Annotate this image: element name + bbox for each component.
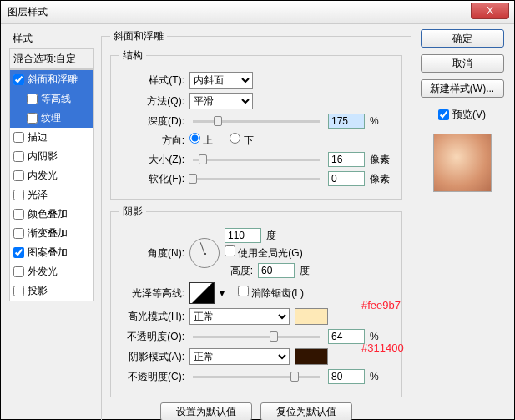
make-default-button[interactable]: 设置为默认值	[160, 402, 252, 420]
style-item-label: 颜色叠加	[28, 207, 68, 221]
preview-checkbox[interactable]: 预览(V)	[438, 108, 486, 122]
highlight-color-swatch[interactable]	[295, 308, 328, 325]
depth-slider[interactable]	[193, 120, 320, 123]
shadow-mode-select[interactable]: 正常	[189, 348, 290, 365]
reset-default-button[interactable]: 复位为默认值	[260, 402, 352, 420]
layer-style-dialog: 图层样式 X 样式 混合选项:自定 斜面和浮雕等高线纹理描边内阴影内发光光泽颜色…	[0, 0, 515, 420]
shadow-opacity-unit: %	[370, 371, 393, 382]
style-item-checkbox[interactable]	[13, 132, 24, 143]
window-title: 图层样式	[8, 5, 48, 19]
shadow-color-annotation: #311400	[361, 342, 404, 354]
style-item-label: 纹理	[41, 111, 61, 125]
direction-up-radio[interactable]: 上	[189, 133, 213, 148]
style-item-checkbox[interactable]	[27, 113, 38, 124]
highlight-mode-label: 高光模式(H):	[119, 310, 184, 324]
style-item-checkbox[interactable]	[13, 151, 24, 162]
close-button[interactable]: X	[471, 3, 509, 19]
style-item-label: 内发光	[28, 169, 58, 183]
style-item[interactable]: 投影	[10, 281, 93, 301]
highlight-opacity-label: 不透明度(O):	[119, 330, 184, 344]
angle-label: 角度(N):	[119, 246, 184, 261]
cancel-button[interactable]: 取消	[421, 54, 504, 73]
style-list: 斜面和浮雕等高线纹理描边内阴影内发光光泽颜色叠加渐变叠加图案叠加外发光投影	[9, 69, 94, 301]
shading-group: 阴影 角度(N): 度 使用全局光(G)	[110, 205, 402, 397]
soften-label: 软化(F):	[119, 172, 184, 186]
style-item-label: 图案叠加	[28, 245, 68, 260]
style-item-checkbox[interactable]	[13, 170, 24, 181]
style-item-label: 描边	[28, 130, 48, 144]
antialias-checkbox[interactable]: 消除锯齿(L)	[238, 286, 304, 301]
highlight-opacity-input[interactable]	[328, 329, 365, 344]
bevel-group-title: 斜面和浮雕	[110, 29, 167, 43]
angle-input[interactable]	[225, 228, 261, 243]
highlight-opacity-slider[interactable]	[193, 336, 320, 338]
highlight-mode-select[interactable]: 正常	[189, 308, 290, 325]
styles-panel: 样式 混合选项:自定 斜面和浮雕等高线纹理描边内阴影内发光光泽颜色叠加渐变叠加图…	[9, 29, 94, 414]
style-item[interactable]: 斜面和浮雕	[10, 70, 93, 89]
technique-label: 方法(Q):	[119, 94, 184, 109]
style-item-checkbox[interactable]	[13, 286, 24, 296]
style-item-label: 渐变叠加	[28, 226, 68, 240]
style-item[interactable]: 描边	[10, 128, 93, 147]
depth-unit: %	[370, 115, 393, 127]
size-slider[interactable]	[193, 159, 320, 161]
style-item[interactable]: 颜色叠加	[10, 205, 93, 224]
angle-unit: 度	[266, 229, 276, 243]
highlight-opacity-unit: %	[370, 331, 393, 342]
technique-select[interactable]: 平滑	[189, 93, 253, 109]
shadow-color-swatch[interactable]	[295, 348, 328, 365]
size-label: 大小(Z):	[119, 153, 184, 167]
altitude-label: 高度:	[225, 264, 253, 278]
style-item-checkbox[interactable]	[13, 266, 24, 277]
altitude-unit: 度	[300, 264, 310, 278]
ok-button[interactable]: 确定	[421, 29, 504, 48]
style-item[interactable]: 外发光	[10, 262, 93, 281]
soften-input[interactable]	[328, 171, 365, 186]
style-item-label: 斜面和浮雕	[28, 73, 78, 87]
style-item-label: 投影	[28, 284, 48, 298]
style-item[interactable]: 图案叠加	[10, 243, 93, 262]
style-item-label: 光泽	[28, 188, 48, 202]
depth-label: 深度(D):	[119, 114, 184, 129]
altitude-input[interactable]	[258, 263, 295, 278]
shadow-opacity-label: 不透明度(C):	[119, 370, 184, 384]
size-unit: 像素	[370, 153, 393, 167]
style-item[interactable]: 纹理	[10, 109, 93, 128]
preview-thumbnail	[433, 134, 492, 192]
style-select[interactable]: 内斜面	[189, 72, 253, 89]
soften-slider[interactable]	[193, 178, 320, 180]
shading-title: 阴影	[119, 205, 146, 219]
size-input[interactable]	[328, 152, 365, 167]
style-item-checkbox[interactable]	[13, 74, 24, 85]
style-item-checkbox[interactable]	[13, 228, 24, 239]
style-item[interactable]: 渐变叠加	[10, 224, 93, 243]
style-item-label: 外发光	[28, 265, 58, 279]
style-item-checkbox[interactable]	[13, 209, 24, 220]
style-item-label: 内阴影	[28, 149, 58, 164]
titlebar: 图层样式 X	[1, 1, 514, 24]
style-item-checkbox[interactable]	[13, 247, 24, 258]
style-item-checkbox[interactable]	[27, 94, 38, 104]
chevron-down-icon[interactable]: ▾	[220, 287, 225, 299]
shadow-opacity-slider[interactable]	[193, 376, 320, 378]
style-item[interactable]: 等高线	[10, 89, 93, 109]
style-item[interactable]: 光泽	[10, 185, 93, 205]
direction-label: 方向:	[119, 134, 184, 148]
soften-unit: 像素	[370, 172, 393, 186]
style-item[interactable]: 内发光	[10, 166, 93, 185]
gloss-contour-picker[interactable]	[189, 282, 215, 304]
shadow-opacity-input[interactable]	[328, 369, 365, 384]
new-style-button[interactable]: 新建样式(W)...	[421, 79, 504, 98]
blend-options-row[interactable]: 混合选项:自定	[9, 48, 94, 69]
close-icon: X	[487, 5, 493, 17]
style-item-label: 等高线	[41, 92, 71, 106]
style-item[interactable]: 内阴影	[10, 147, 93, 166]
direction-down-radio[interactable]: 下	[230, 133, 253, 148]
angle-dial[interactable]	[189, 238, 220, 268]
depth-input[interactable]	[328, 114, 365, 129]
structure-title: 结构	[119, 48, 146, 63]
structure-group: 结构 样式(T): 内斜面 方法(Q): 平滑 深度(D): %	[110, 48, 402, 200]
bevel-group: 斜面和浮雕 结构 样式(T): 内斜面 方法(Q): 平滑 深度(D):	[101, 29, 411, 420]
global-light-checkbox[interactable]: 使用全局光(G)	[225, 245, 310, 261]
style-item-checkbox[interactable]	[13, 190, 24, 200]
